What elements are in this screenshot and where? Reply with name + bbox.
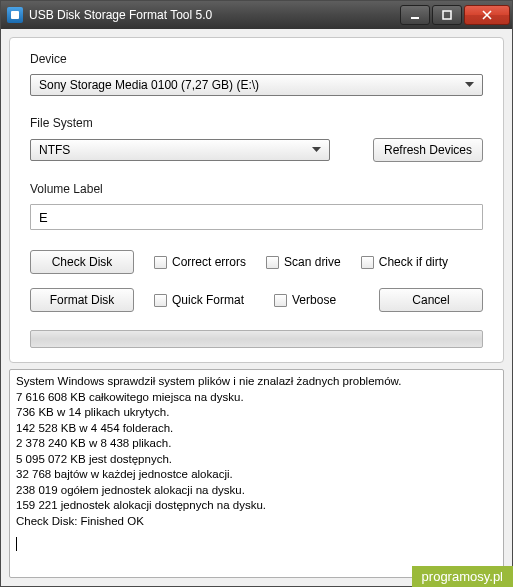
maximize-icon [442, 10, 452, 20]
app-icon [7, 7, 23, 23]
filesystem-row: NTFS Refresh Devices [30, 138, 483, 162]
text-cursor [16, 537, 17, 551]
log-line: 5 095 072 KB jest dostępnych. [16, 452, 497, 468]
scan-drive-label: Scan drive [284, 255, 341, 269]
device-dropdown[interactable]: Sony Storage Media 0100 (7,27 GB) (E:\) [30, 74, 483, 96]
log-line: 32 768 bajtów w każdej jednostce alokacj… [16, 467, 497, 483]
log-output[interactable]: System Windows sprawdził system plików i… [9, 369, 504, 578]
log-line: System Windows sprawdził system plików i… [16, 374, 497, 390]
close-button[interactable] [464, 5, 510, 25]
format-row: Format Disk Quick Format Verbose Cancel [30, 288, 483, 312]
verbose-checkbox[interactable]: Verbose [274, 293, 336, 307]
minimize-icon [410, 10, 420, 20]
svg-rect-1 [443, 11, 451, 19]
scan-drive-checkbox[interactable]: Scan drive [266, 255, 341, 269]
quick-format-label: Quick Format [172, 293, 244, 307]
log-line: 736 KB w 14 plikach ukrytych. [16, 405, 497, 421]
filesystem-label: File System [30, 116, 483, 130]
chevron-down-icon [308, 142, 325, 159]
volume-label-label: Volume Label [30, 182, 483, 196]
chevron-down-icon [461, 77, 478, 94]
progress-bar [30, 330, 483, 348]
minimize-button[interactable] [400, 5, 430, 25]
correct-errors-checkbox[interactable]: Correct errors [154, 255, 246, 269]
log-line: 7 616 608 KB całkowitego miejsca na dysk… [16, 390, 497, 406]
app-window: USB Disk Storage Format Tool 5.0 Device … [0, 0, 513, 587]
window-title: USB Disk Storage Format Tool 5.0 [29, 8, 400, 22]
refresh-devices-button[interactable]: Refresh Devices [373, 138, 483, 162]
log-line: Check Disk: Finished OK [16, 514, 497, 530]
quick-format-checkbox[interactable]: Quick Format [154, 293, 244, 307]
checkbox-icon [154, 294, 167, 307]
watermark: programosy.pl [412, 566, 513, 587]
titlebar: USB Disk Storage Format Tool 5.0 [1, 1, 512, 29]
log-line: 238 019 ogółem jednostek alokacji na dys… [16, 483, 497, 499]
format-disk-button[interactable]: Format Disk [30, 288, 134, 312]
cancel-button[interactable]: Cancel [379, 288, 483, 312]
client-area: Device Sony Storage Media 0100 (7,27 GB)… [1, 29, 512, 586]
checkbox-icon [274, 294, 287, 307]
checkbox-icon [361, 256, 374, 269]
checkbox-icon [266, 256, 279, 269]
filesystem-selected: NTFS [39, 143, 308, 157]
correct-errors-label: Correct errors [172, 255, 246, 269]
log-line: 159 221 jednostek alokacji dostępnych na… [16, 498, 497, 514]
device-label: Device [30, 52, 483, 66]
log-line: 2 378 240 KB w 8 438 plikach. [16, 436, 497, 452]
check-if-dirty-label: Check if dirty [379, 255, 448, 269]
main-panel: Device Sony Storage Media 0100 (7,27 GB)… [9, 37, 504, 363]
volume-label-input[interactable] [30, 204, 483, 230]
verbose-label: Verbose [292, 293, 336, 307]
check-disk-button[interactable]: Check Disk [30, 250, 134, 274]
device-selected: Sony Storage Media 0100 (7,27 GB) (E:\) [39, 78, 461, 92]
checkbox-icon [154, 256, 167, 269]
log-line: 142 528 KB w 4 454 folderach. [16, 421, 497, 437]
filesystem-dropdown[interactable]: NTFS [30, 139, 330, 161]
close-icon [482, 10, 492, 20]
check-if-dirty-checkbox[interactable]: Check if dirty [361, 255, 448, 269]
window-controls [400, 5, 510, 25]
maximize-button[interactable] [432, 5, 462, 25]
svg-rect-0 [411, 17, 419, 19]
checkdisk-row: Check Disk Correct errors Scan drive Che… [30, 250, 483, 274]
